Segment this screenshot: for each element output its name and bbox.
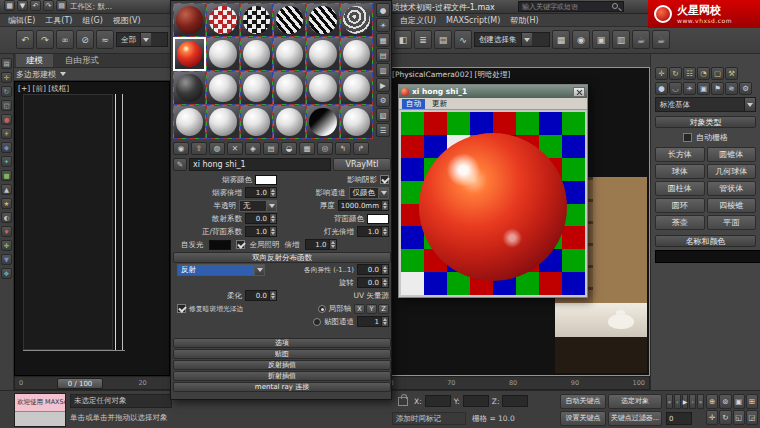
show-end-result-icon[interactable]: ◎ [317, 142, 333, 155]
play-icon[interactable]: ▶ [682, 394, 689, 409]
back-color-swatch[interactable] [367, 214, 389, 224]
affect-shadows-checkbox[interactable] [380, 175, 389, 184]
reset-map-icon[interactable]: ✕ [227, 142, 243, 155]
material-sample-slot[interactable] [273, 105, 306, 139]
anisotropy-spinner[interactable]: 0.0 [357, 264, 389, 275]
search-icon[interactable] [612, 3, 618, 9]
auto-key-button[interactable]: 自动关键点 [560, 394, 606, 409]
redo-icon[interactable]: ↷ [36, 30, 54, 49]
axis-button[interactable]: Z [378, 304, 389, 314]
autogrid-checkbox[interactable] [683, 133, 692, 142]
axis-button[interactable]: Y [366, 304, 377, 314]
go-to-parent-icon[interactable]: ↰ [335, 142, 351, 155]
create-tab-icon[interactable]: ✛ [655, 67, 668, 80]
dock-tool-icon[interactable]: ✚ [1, 240, 12, 251]
zoom-icon[interactable]: ⊕ [706, 394, 718, 409]
translucency-dropdown[interactable]: 无 [239, 200, 277, 212]
fog-mult-spinner[interactable]: 1.0 [245, 187, 277, 198]
material-sample-slot[interactable] [306, 37, 339, 71]
material-sample-slot[interactable] [206, 3, 239, 37]
geometry-icon[interactable]: ● [655, 82, 668, 95]
material-sample-slot[interactable] [340, 3, 373, 37]
dock-tool-icon[interactable]: ▤ [1, 58, 12, 69]
render-iterative-icon[interactable]: ☕ [652, 30, 670, 49]
material-sample-slot[interactable] [240, 71, 273, 105]
affect-channel-dropdown[interactable]: 仅颜色 [349, 187, 390, 199]
material-sample-slot[interactable] [173, 37, 206, 71]
rollout-header[interactable]: 选项 [173, 338, 391, 348]
next-frame-icon[interactable]: › [689, 394, 696, 409]
thickness-spinner[interactable]: 1000.0mm [338, 200, 389, 211]
primitive-button[interactable]: 圆柱体 [655, 181, 705, 196]
local-axis-radio[interactable] [318, 305, 326, 313]
viewport-label[interactable]: [PhysicalCamera002] [明暗处理] [392, 70, 510, 80]
preview-menu-item[interactable]: 自动 [402, 99, 425, 109]
sample-tiling-icon[interactable]: ▤ [376, 48, 390, 62]
video-color-check-icon[interactable]: ▥ [376, 63, 390, 77]
preview-title-bar[interactable]: xi hong shi_1 [399, 85, 587, 98]
make-unique-icon[interactable]: ◈ [245, 142, 261, 155]
rotation-spinner[interactable]: 0.0 [357, 277, 389, 288]
dock-tool-icon[interactable]: ✛ [1, 72, 12, 83]
menu-item[interactable]: 工具(T) [45, 15, 72, 26]
assign-to-selection-icon[interactable]: ◍ [209, 142, 225, 155]
go-to-end-icon[interactable]: » [697, 394, 704, 409]
workspace-selector[interactable]: 工作区: 默... [70, 2, 112, 12]
material-sample-slot[interactable] [206, 71, 239, 105]
material-sample-slot[interactable] [340, 37, 373, 71]
menu-item[interactable]: 组(G) [82, 15, 102, 26]
previous-frame-icon[interactable]: ‹ [674, 394, 681, 409]
material-sample-slot[interactable] [173, 71, 206, 105]
maximize-viewport-icon[interactable]: ◲ [746, 410, 758, 425]
material-sample-slot[interactable] [206, 37, 239, 71]
dock-tool-icon[interactable]: ◆ [1, 142, 12, 153]
listener-row[interactable] [15, 411, 65, 426]
axis-button[interactable]: X [354, 304, 365, 314]
y-coordinate-field[interactable] [463, 395, 489, 407]
put-to-library-icon[interactable]: ▤ [263, 142, 279, 155]
selection-filter-dropdown[interactable]: 全部 [116, 32, 168, 47]
motion-tab-icon[interactable]: ◔ [697, 67, 710, 80]
map-channel-radio[interactable] [313, 318, 321, 326]
material-sample-slot[interactable] [273, 3, 306, 37]
front-back-spinner[interactable]: 1.0 [245, 226, 277, 237]
dock-tool-icon[interactable]: ■ [1, 170, 12, 181]
map-channel-spinner[interactable]: 1 [357, 316, 389, 327]
object-type-rollout[interactable]: 对象类型 [655, 116, 756, 128]
show-map-in-viewport-icon[interactable]: ▦ [299, 142, 315, 155]
menu-item[interactable]: 自定义(U) [400, 15, 436, 26]
menu-item[interactable]: 编辑(E) [8, 15, 35, 26]
save-icon[interactable]: ▼ [17, 0, 28, 11]
material-sample-slot[interactable] [206, 105, 239, 139]
material-editor-icon[interactable]: ◉ [572, 30, 590, 49]
primitive-button[interactable]: 圆锥体 [707, 147, 757, 162]
light-mult-spinner[interactable]: 1.0 [357, 226, 389, 237]
backlight-icon[interactable]: ☀ [376, 18, 390, 32]
cameras-icon[interactable]: ▣ [697, 82, 710, 95]
primitive-button[interactable]: 平面 [707, 215, 757, 230]
named-selection-dropdown[interactable]: 创建选择集 [474, 32, 550, 47]
current-frame-field[interactable] [666, 412, 692, 425]
dock-tool-icon[interactable]: ● [1, 114, 12, 125]
mirror-icon[interactable]: ◧ [394, 30, 412, 49]
viewport-label[interactable]: [+] [前] [线框] [18, 84, 69, 94]
ribbon-tab[interactable]: 建模 [16, 54, 53, 67]
viewport-left[interactable]: [+] [前] [线框] [14, 81, 170, 376]
x-coordinate-field[interactable] [425, 395, 451, 407]
name-color-rollout[interactable]: 名称和颜色 [655, 235, 756, 247]
primitive-button[interactable]: 球体 [655, 164, 705, 179]
sample-type-icon[interactable]: ● [376, 3, 390, 17]
primitive-button[interactable]: 几何球体 [707, 164, 757, 179]
helpers-icon[interactable]: ⚑ [711, 82, 724, 95]
select-by-material-icon[interactable]: ▧ [376, 108, 390, 122]
maxscript-mini-listener[interactable]: 欢迎使用 MAXSc [14, 393, 66, 427]
modify-tab-icon[interactable]: ↻ [669, 67, 682, 80]
material-sample-slot[interactable] [306, 3, 339, 37]
material-sample-slot[interactable] [306, 105, 339, 139]
space-warps-icon[interactable]: ≋ [725, 82, 738, 95]
ribbon-tab[interactable]: 自由形式 [55, 54, 109, 67]
add-time-tag[interactable]: 添加时间标记 [392, 412, 466, 425]
menu-item[interactable]: 视图(V) [113, 15, 141, 26]
pan-icon[interactable]: ✛ [706, 410, 718, 425]
orbit-icon[interactable]: ↻ [719, 410, 731, 425]
